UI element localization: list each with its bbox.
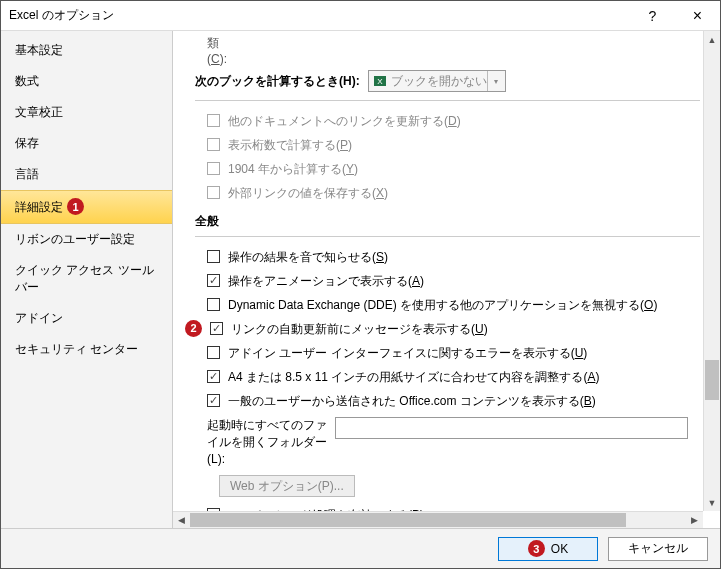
option-row: 一般のユーザーから送信された Office.com コンテンツを表示する(B) [195, 389, 708, 413]
scroll-up-icon[interactable]: ▲ [704, 31, 720, 48]
option-row: A4 または 8.5 x 11 インチの用紙サイズに合わせて内容を調整する(A) [195, 365, 708, 389]
sidebar-item-label: 数式 [15, 74, 39, 88]
option-label: A4 または 8.5 x 11 インチの用紙サイズに合わせて内容を調整する(A) [228, 368, 599, 386]
sidebar-item-1[interactable]: 数式 [1, 66, 172, 97]
badge-2: 2 [185, 320, 202, 337]
ok-button[interactable]: 3 OK [498, 537, 598, 561]
hscroll-track[interactable] [190, 512, 686, 528]
vertical-scrollbar[interactable]: ▲ ▼ [703, 31, 720, 511]
sidebar-item-label: アドイン [15, 311, 63, 325]
startup-folder-label: 起動時にすべてのファイルを開くフォルダー(L): [207, 417, 327, 467]
option-row: 操作をアニメーションで表示する(A) [195, 269, 708, 293]
sidebar-item-label: 基本設定 [15, 43, 63, 57]
scroll-left-icon[interactable]: ◀ [173, 512, 190, 528]
help-button[interactable]: ? [630, 1, 675, 31]
horizontal-scrollbar[interactable]: ◀ ▶ [173, 511, 703, 528]
checkbox[interactable] [207, 394, 220, 407]
scroll-down-icon[interactable]: ▼ [704, 494, 720, 511]
content-pane: 類(C): 次のブックを計算するとき(H): X ブックを開かない ▾ 他のドキ… [173, 31, 720, 528]
option-row: アドイン ユーザー インターフェイスに関するエラーを表示する(U) [195, 341, 708, 365]
calc-section-header: 次のブックを計算するとき(H): X ブックを開かない ▾ [195, 66, 700, 101]
option-label: 一般のユーザーから送信された Office.com コンテンツを表示する(B) [228, 392, 596, 410]
sidebar-item-9[interactable]: セキュリティ センター [1, 334, 172, 365]
option-label: Dynamic Data Exchange (DDE) を使用する他のアプリケー… [228, 296, 657, 314]
dropdown-value: ブックを開かない [391, 73, 487, 90]
ok-label: OK [551, 542, 568, 556]
hscroll-thumb[interactable] [190, 513, 626, 527]
vscroll-thumb[interactable] [705, 360, 719, 400]
option-row: 1904 年から計算する(Y) [195, 157, 708, 181]
checkbox [207, 186, 220, 199]
sidebar-item-2[interactable]: 文章校正 [1, 97, 172, 128]
checkbox [207, 114, 220, 127]
chevron-down-icon: ▾ [487, 71, 505, 91]
sidebar-item-7[interactable]: クイック アクセス ツール バー [1, 255, 172, 303]
titlebar: Excel のオプション ? × [1, 1, 720, 31]
cancel-button[interactable]: キャンセル [608, 537, 708, 561]
option-row: 操作の結果を音で知らせる(S) [195, 245, 708, 269]
option-label: 操作をアニメーションで表示する(A) [228, 272, 424, 290]
sidebar: 基本設定数式文章校正保存言語詳細設定1リボンのユーザー設定クイック アクセス ツ… [1, 31, 173, 528]
sidebar-item-8[interactable]: アドイン [1, 303, 172, 334]
sidebar-item-label: 言語 [15, 167, 39, 181]
option-label: 他のドキュメントへのリンクを更新する(D) [228, 112, 461, 130]
checkbox [207, 138, 220, 151]
sidebar-item-3[interactable]: 保存 [1, 128, 172, 159]
badge-3: 3 [528, 540, 545, 557]
sidebar-item-label: 詳細設定 [15, 200, 63, 214]
cancel-label: キャンセル [628, 540, 688, 557]
sidebar-item-label: 文章校正 [15, 105, 63, 119]
option-row: 表示桁数で計算する(P) [195, 133, 708, 157]
option-row: 外部リンクの値を保存する(X) [195, 181, 708, 205]
sidebar-item-label: セキュリティ センター [15, 342, 138, 356]
option-row: Dynamic Data Exchange (DDE) を使用する他のアプリケー… [195, 293, 708, 317]
option-row: 他のドキュメントへのリンクを更新する(D) [195, 109, 708, 133]
option-label: マルチスレッド処理を有効にする(P) [228, 506, 424, 511]
checkbox [207, 162, 220, 175]
sidebar-item-label: クイック アクセス ツール バー [15, 263, 154, 294]
option-label: 外部リンクの値を保存する(X) [228, 184, 388, 202]
startup-folder-input[interactable] [335, 417, 688, 439]
checkbox[interactable] [207, 346, 220, 359]
sidebar-item-6[interactable]: リボンのユーザー設定 [1, 224, 172, 255]
sidebar-item-0[interactable]: 基本設定 [1, 35, 172, 66]
window-title: Excel のオプション [9, 7, 630, 24]
sidebar-item-5[interactable]: 詳細設定1 [1, 190, 172, 224]
option-label: 操作の結果を音で知らせる(S) [228, 248, 388, 266]
sidebar-item-label: 保存 [15, 136, 39, 150]
scroll-right-icon[interactable]: ▶ [686, 512, 703, 528]
sidebar-item-label: リボンのユーザー設定 [15, 232, 135, 246]
vscroll-track[interactable] [704, 48, 720, 494]
checkbox[interactable] [207, 370, 220, 383]
excel-icon: X [373, 74, 387, 88]
workbook-dropdown[interactable]: X ブックを開かない ▾ [368, 70, 506, 92]
startup-folder-row: 起動時にすべてのファイルを開くフォルダー(L): [195, 413, 708, 471]
sidebar-item-4[interactable]: 言語 [1, 159, 172, 190]
checkbox[interactable] [207, 508, 220, 511]
checkbox[interactable] [207, 250, 220, 263]
calc-heading: 次のブックを計算するとき(H): [195, 73, 360, 90]
general-heading: 全般 [195, 205, 700, 237]
checkbox[interactable] [207, 274, 220, 287]
option-row: マルチスレッド処理を有効にする(P) [195, 503, 708, 511]
scroll-area: 類(C): 次のブックを計算するとき(H): X ブックを開かない ▾ 他のドキ… [173, 31, 720, 511]
option-row: 2リンクの自動更新前にメッセージを表示する(U) [195, 317, 708, 341]
close-button[interactable]: × [675, 1, 720, 31]
option-label: 1904 年から計算する(Y) [228, 160, 358, 178]
option-label: リンクの自動更新前にメッセージを表示する(U) [231, 320, 488, 338]
option-label: 表示桁数で計算する(P) [228, 136, 352, 154]
checkbox[interactable] [207, 298, 220, 311]
dialog-body: 基本設定数式文章校正保存言語詳細設定1リボンのユーザー設定クイック アクセス ツ… [1, 31, 720, 528]
svg-text:X: X [377, 77, 383, 86]
truncated-label: 類(C): [207, 35, 708, 66]
dialog-footer: 3 OK キャンセル [1, 528, 720, 568]
badge-1: 1 [67, 198, 84, 215]
web-options-button[interactable]: Web オプション(P)... [219, 475, 355, 497]
checkbox[interactable] [210, 322, 223, 335]
option-label: アドイン ユーザー インターフェイスに関するエラーを表示する(U) [228, 344, 587, 362]
options-dialog: Excel のオプション ? × 基本設定数式文章校正保存言語詳細設定1リボンの… [0, 0, 721, 569]
